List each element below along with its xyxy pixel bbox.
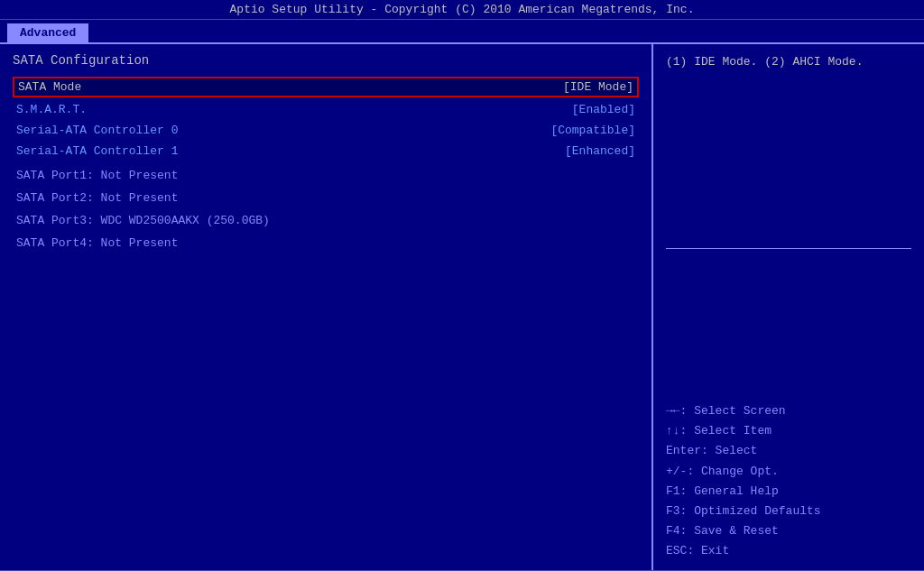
top-bar: Aptio Setup Utility - Copyright (C) 2010… [0, 0, 924, 20]
key-help-line-4: +/-: Change Opt. [666, 462, 911, 482]
divider [666, 248, 911, 392]
port-row-4: SATA Port4: Not Present [16, 236, 635, 250]
port-row-3: SATA Port3: WDC WD2500AAKX (250.0GB) [16, 214, 635, 227]
sata-mode-value: [IDE Mode] [563, 80, 633, 94]
sata-mode-label: SATA Mode [18, 80, 81, 94]
sata-ctrl0-value: [Compatible] [550, 124, 635, 137]
help-text: (1) IDE Mode. (2) AHCI Mode. [666, 53, 911, 71]
sata-ctrl1-label: Serial-ATA Controller 1 [16, 144, 178, 158]
tab-advanced[interactable]: Advanced [7, 23, 88, 42]
port-row-2: SATA Port2: Not Present [16, 191, 635, 205]
key-help: →←: Select Screen ↑↓: Select Item Enter:… [666, 401, 911, 561]
port-row-1: SATA Port1: Not Present [16, 169, 635, 182]
sata-ctrl0-label: Serial-ATA Controller 0 [16, 124, 178, 137]
main-content: SATA Configuration SATA Mode [IDE Mode] … [0, 44, 924, 570]
key-help-line-7: F4: Save & Reset [666, 521, 911, 541]
smart-value: [Enabled] [572, 103, 635, 116]
left-panel: SATA Configuration SATA Mode [IDE Mode] … [0, 44, 653, 570]
key-help-line-5: F1: General Help [666, 482, 911, 502]
config-row-smart[interactable]: S.M.A.R.T. [Enabled] [13, 101, 639, 118]
key-help-line-6: F3: Optimized Defaults [666, 502, 911, 521]
config-row-sata-ctrl1[interactable]: Serial-ATA Controller 1 [Enhanced] [13, 143, 639, 160]
config-row-sata-mode[interactable]: SATA Mode [IDE Mode] [13, 77, 639, 97]
tab-bar: Advanced [0, 20, 924, 44]
key-help-line-8: ESC: Exit [666, 541, 911, 561]
key-help-line-1: →←: Select Screen [666, 401, 911, 421]
section-title: SATA Configuration [13, 53, 639, 68]
key-help-line-2: ↑↓: Select Item [666, 421, 911, 441]
config-row-sata-ctrl0[interactable]: Serial-ATA Controller 0 [Compatible] [13, 122, 639, 139]
smart-label: S.M.A.R.T. [16, 103, 87, 116]
sata-ctrl1-value: [Enhanced] [565, 144, 635, 158]
key-help-line-3: Enter: Select [666, 441, 911, 461]
right-panel: (1) IDE Mode. (2) AHCI Mode. →←: Select … [653, 44, 924, 570]
header-title: Aptio Setup Utility - Copyright (C) 2010… [230, 3, 695, 16]
